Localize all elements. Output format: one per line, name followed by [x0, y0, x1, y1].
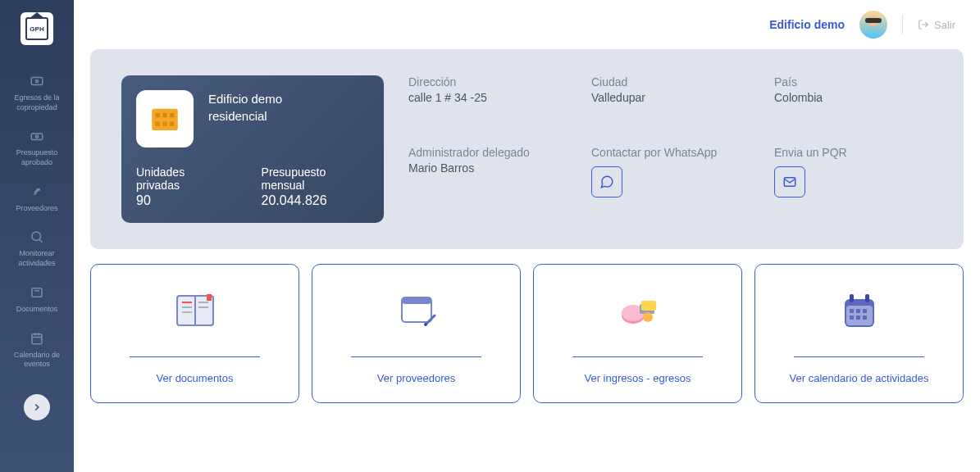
nav-label: Monitorear actividades [4, 249, 70, 268]
expand-button[interactable] [24, 394, 50, 420]
action-label: Ver documentos [157, 372, 234, 384]
logout-label: Salir [934, 19, 955, 31]
svg-rect-12 [152, 109, 178, 130]
info-whatsapp: Contactar por WhatsApp [591, 146, 750, 223]
sidebar-item-documentos[interactable]: Documentos [0, 277, 74, 323]
info-ciudad: Ciudad Valledupar [591, 75, 750, 129]
content: Edificio demo residencial Unidades priva… [74, 49, 980, 472]
chevron-right-icon [31, 402, 43, 413]
svg-point-31 [424, 323, 427, 326]
search-icon [30, 229, 44, 244]
svg-rect-46 [863, 315, 867, 320]
sidebar: GPH Egresos de la copropiedad Presupuest… [0, 0, 74, 472]
svg-rect-15 [170, 113, 174, 117]
svg-point-4 [32, 232, 41, 241]
action-ingresos[interactable]: Ver ingresos - egresos [533, 264, 742, 403]
svg-rect-0 [31, 78, 43, 85]
svg-rect-13 [156, 113, 160, 117]
action-label: Ver proveedores [377, 372, 455, 384]
whatsapp-button[interactable] [591, 166, 622, 197]
main-area: Edificio demo Salir Edificio demo reside… [74, 0, 980, 472]
svg-rect-40 [865, 294, 869, 302]
nav-label: Presupuesto aprobado [4, 148, 70, 167]
svg-line-5 [39, 239, 43, 243]
logo[interactable]: GPH [21, 12, 53, 45]
pqr-button[interactable] [774, 166, 805, 197]
nav-label: Egresos de la copropiedad [4, 93, 70, 112]
egresos-icon [30, 74, 44, 88]
svg-rect-29 [402, 297, 431, 304]
nav-label: Proveedores [16, 204, 57, 214]
units-value: 90 [136, 193, 229, 208]
logout-button[interactable]: Salir [918, 19, 955, 31]
svg-rect-43 [863, 309, 867, 313]
nav-label: Documentos [16, 305, 58, 315]
svg-rect-17 [162, 122, 166, 126]
card-title: Edificio demo residencial [208, 90, 282, 148]
info-direccion: Dirección calle 1 # 34 -25 [408, 75, 567, 129]
action-documentos[interactable]: Ver documentos [90, 264, 299, 403]
calendar-large-icon [838, 289, 881, 332]
svg-rect-39 [850, 294, 854, 302]
info-admin: Administrador delegado Mario Barros [408, 146, 567, 223]
info-pqr: Envia un PQR [774, 146, 932, 223]
svg-rect-27 [207, 294, 212, 301]
action-cards: Ver documentos Ver proveedores Ver ingre… [90, 264, 964, 403]
divider [902, 15, 903, 34]
avatar[interactable] [859, 11, 887, 39]
building-summary-card: Edificio demo residencial Unidades priva… [121, 75, 384, 223]
units-label: Unidades privadas [136, 166, 229, 192]
building-icon [136, 90, 194, 148]
presupuesto-icon [30, 129, 44, 143]
sidebar-item-egresos[interactable]: Egresos de la copropiedad [0, 66, 74, 120]
whatsapp-icon [599, 175, 614, 189]
sidebar-item-calendario[interactable]: Calendario de eventos [0, 323, 74, 378]
building-name[interactable]: Edificio demo [769, 18, 845, 31]
budget-label: Presupuesto mensual [262, 166, 369, 192]
action-proveedores[interactable]: Ver proveedores [312, 264, 521, 403]
svg-point-1 [36, 80, 39, 83]
svg-rect-6 [32, 288, 42, 297]
svg-rect-44 [850, 315, 854, 320]
action-calendario[interactable]: Ver calendario de actividades [754, 264, 964, 403]
svg-rect-45 [856, 315, 860, 320]
money-icon [617, 289, 659, 332]
svg-point-36 [643, 312, 653, 322]
svg-rect-41 [850, 309, 854, 313]
notepad-icon [395, 289, 438, 332]
sidebar-item-monitorear[interactable]: Monitorear actividades [0, 221, 74, 276]
svg-rect-16 [156, 122, 160, 126]
budget-value: 20.044.826 [262, 193, 369, 208]
sidebar-item-presupuesto[interactable]: Presupuesto aprobado [0, 120, 74, 175]
action-label: Ver ingresos - egresos [584, 372, 691, 384]
action-label: Ver calendario de actividades [790, 372, 929, 384]
info-panel: Edificio demo residencial Unidades priva… [90, 49, 964, 249]
nav-label: Calendario de eventos [4, 351, 70, 370]
svg-rect-14 [162, 113, 166, 117]
proveedores-icon [30, 184, 44, 199]
mail-icon [782, 175, 797, 189]
svg-point-3 [36, 136, 39, 138]
documentos-icon [30, 285, 44, 300]
topbar: Edificio demo Salir [74, 0, 980, 49]
info-pais: País Colombia [774, 75, 932, 129]
svg-rect-18 [170, 122, 174, 126]
svg-rect-8 [32, 334, 42, 343]
svg-rect-35 [641, 301, 656, 311]
book-icon [174, 289, 217, 332]
svg-rect-2 [31, 134, 43, 140]
calendar-icon [30, 331, 44, 346]
sidebar-item-proveedores[interactable]: Proveedores [0, 176, 74, 222]
info-columns: Dirección calle 1 # 34 -25 Ciudad Valled… [408, 75, 932, 223]
logout-icon [918, 19, 929, 30]
svg-rect-42 [856, 309, 860, 313]
